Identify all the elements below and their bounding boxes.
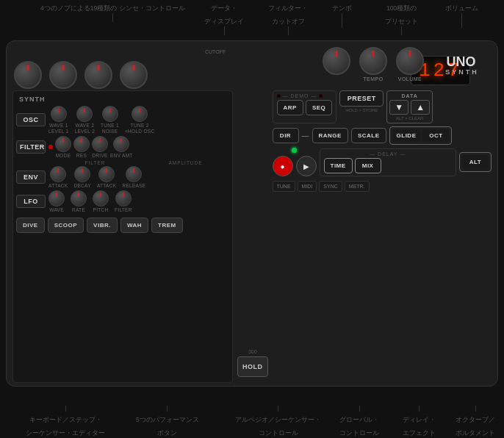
tempo-knob-container: TEMPO bbox=[359, 47, 387, 82]
dive-button[interactable]: DIVE bbox=[16, 218, 45, 233]
top-annotations: 4つのノブによる19種類の シンセ・コントロール データ・ディスプレイ フィルタ… bbox=[0, 0, 504, 40]
osc-wave1-knob[interactable] bbox=[51, 106, 67, 122]
hold-area: 300 HOLD bbox=[237, 90, 268, 383]
record-icon: ● bbox=[280, 162, 284, 170]
cutoff-label-top: CUTOFF bbox=[205, 49, 226, 54]
arp-button[interactable]: ARP bbox=[277, 100, 303, 115]
left-synth-panel: SYNTH OSC WAVE 1 LEVEL 1 WAVE 2 LEV bbox=[12, 90, 233, 383]
glide-button[interactable]: GLIDE bbox=[392, 129, 421, 142]
lfo-pitch-col: PITCH bbox=[93, 190, 109, 212]
ann-synth-controls-text: 4つのノブによる19種類の シンセ・コントロール bbox=[40, 4, 185, 12]
ann-data-display: データ・ディスプレイ bbox=[204, 0, 244, 35]
osc-wave1-label: WAVE 1 bbox=[49, 123, 68, 128]
ann-delay: ディレイ・エフェクト bbox=[403, 406, 436, 438]
ann-global-line bbox=[359, 406, 360, 412]
midi-button[interactable]: MIDI bbox=[298, 181, 317, 192]
play-button[interactable]: ▶ bbox=[296, 156, 317, 176]
tune-button[interactable]: TUNE bbox=[273, 181, 295, 192]
lfo-wave-knob[interactable] bbox=[48, 190, 65, 207]
hold-button[interactable]: HOLD bbox=[237, 356, 268, 377]
mix-button[interactable]: MIX bbox=[355, 158, 381, 173]
env-release-label: RELEASE bbox=[122, 183, 145, 188]
osc-tune2-label: TUNE 2 bbox=[131, 123, 149, 128]
knob-4[interactable] bbox=[120, 61, 148, 89]
osc-tune1-knob[interactable] bbox=[102, 106, 118, 122]
lfo-pitch-label: PITCH bbox=[93, 207, 109, 212]
metr-button[interactable]: METR. bbox=[345, 181, 370, 192]
env-decay-knob[interactable] bbox=[74, 166, 90, 182]
dir-button[interactable]: DIR bbox=[273, 128, 299, 143]
oct-button[interactable]: OCT bbox=[422, 129, 449, 142]
preset-area: PRESET HOLD > STORE bbox=[339, 90, 384, 123]
lfo-knobs: WAVE RATE PITCH FILTER bbox=[48, 190, 132, 212]
scale-button[interactable]: SCALE bbox=[351, 128, 386, 143]
osc-wave2-knob[interactable] bbox=[76, 106, 93, 122]
data-arrows: ▼ ▲ bbox=[389, 100, 430, 115]
knob-3[interactable] bbox=[84, 61, 112, 89]
filter-env-knob[interactable] bbox=[113, 136, 129, 152]
filter-row-top: MODE RES DRIVE bbox=[48, 136, 229, 158]
data-section: DATA ▼ ▲ ALT > CLEAR bbox=[386, 90, 433, 123]
range-button[interactable]: RANGE bbox=[312, 128, 348, 143]
tempo-label: TEMPO bbox=[363, 76, 383, 82]
ann-arp-text: アルペジオ／シーケンサー・コントロール bbox=[235, 416, 321, 437]
transport-buttons: ● ▶ bbox=[273, 156, 317, 176]
record-button[interactable]: ● bbox=[273, 156, 293, 176]
filter-drive-knob[interactable] bbox=[92, 136, 108, 152]
ann-global: グローバル・コントロール bbox=[339, 406, 379, 438]
ann-oct-line bbox=[475, 406, 476, 412]
knob-2[interactable] bbox=[49, 61, 77, 89]
cutoff-knob-container bbox=[323, 47, 350, 75]
osc-knob-3-col: TUNE 1 NOISE bbox=[101, 106, 119, 134]
env-release-knob[interactable] bbox=[126, 166, 142, 182]
env-attack1-label: ATTACK bbox=[48, 183, 68, 188]
data-down-button[interactable]: ▼ bbox=[389, 100, 408, 115]
volume-knob[interactable] bbox=[396, 47, 424, 75]
env-knobs: ATTACK DECAY ATTACK bbox=[48, 166, 145, 188]
lfo-rate-knob[interactable] bbox=[71, 190, 87, 207]
wah-button[interactable]: WAH bbox=[120, 218, 148, 233]
tempo-knob[interactable] bbox=[359, 47, 387, 75]
trem-button[interactable]: TREM bbox=[151, 218, 183, 233]
lfo-label: LFO bbox=[16, 195, 46, 208]
ann-volume-text: ボリューム bbox=[445, 4, 478, 12]
vibr-button[interactable]: VIBR. bbox=[87, 218, 118, 233]
filter-label: FILTER bbox=[16, 140, 46, 154]
env-headers: FILTER AMPLITUDE bbox=[16, 160, 229, 165]
alt-button[interactable]: ALT bbox=[462, 155, 489, 169]
logo-uno: UNO bbox=[447, 55, 476, 68]
lfo-pitch-knob[interactable] bbox=[93, 190, 109, 207]
sync-button[interactable]: SYNC bbox=[319, 181, 342, 192]
ann-keyboard-text: キーボード／ステップ・シーケンサー・エディター bbox=[26, 416, 105, 437]
filter-mode-knob[interactable] bbox=[55, 136, 71, 152]
preset-button[interactable]: PRESET bbox=[339, 90, 384, 107]
logo: UNO SYNTH bbox=[433, 47, 492, 84]
osc-wave2-label: WAVE 2 bbox=[75, 123, 94, 128]
filter-res-knob[interactable] bbox=[73, 136, 90, 152]
right-knob-group: TEMPO VOLUME bbox=[323, 47, 424, 82]
time-button[interactable]: TIME bbox=[324, 158, 353, 173]
osc-tune2-knob[interactable] bbox=[132, 106, 148, 122]
seq-button[interactable]: SEQ bbox=[306, 100, 332, 115]
ann-arp-line bbox=[278, 406, 278, 412]
ann-octave-text: オクターブ／ポルタメント bbox=[456, 416, 495, 437]
dash-separator: — bbox=[302, 132, 309, 140]
knob-1[interactable] bbox=[14, 61, 42, 89]
scoop-button[interactable]: SCOOP bbox=[48, 218, 84, 233]
right-row-1: — DEMO — ARP SEQ PRESET HOLD > STORE bbox=[273, 90, 492, 123]
delay-buttons: TIME MIX bbox=[324, 158, 453, 173]
env-spacer bbox=[19, 160, 48, 165]
ann-volume: ボリューム bbox=[445, 0, 478, 28]
ann-tempo: テンポ bbox=[332, 0, 352, 28]
cutoff-knob[interactable] bbox=[323, 47, 350, 75]
main-content: SYNTH OSC WAVE 1 LEVEL 1 WAVE 2 LEV bbox=[7, 89, 497, 386]
env-decay-label: DECAY bbox=[73, 183, 90, 188]
env-attack1-knob[interactable] bbox=[50, 166, 66, 182]
env-attack2-knob[interactable] bbox=[98, 166, 115, 182]
env-section: FILTER AMPLITUDE ENV ATTACK DE bbox=[16, 160, 229, 188]
data-up-button[interactable]: ▲ bbox=[411, 100, 430, 115]
lfo-filter-label: FILTER bbox=[115, 207, 132, 212]
lfo-rate-label: RATE bbox=[72, 207, 85, 212]
lfo-filter-knob[interactable] bbox=[115, 190, 132, 207]
env-row: ENV ATTACK DECAY bbox=[16, 166, 229, 188]
